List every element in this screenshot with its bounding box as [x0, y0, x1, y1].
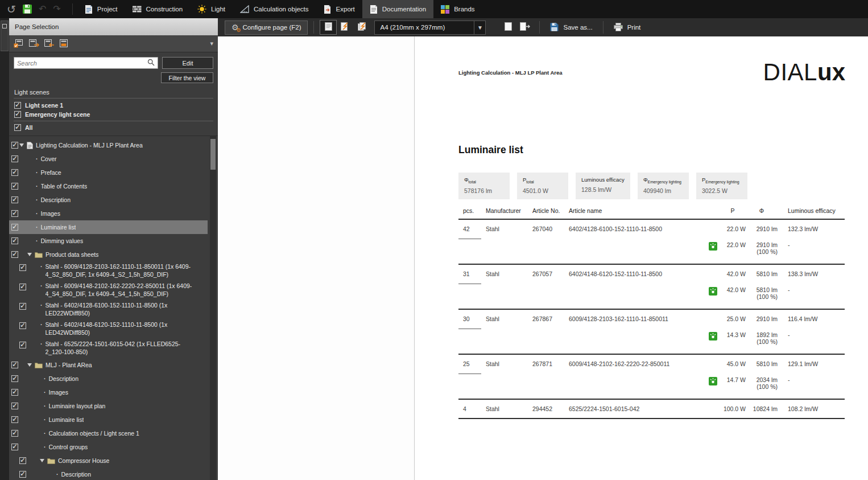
checkbox[interactable]: [11, 430, 18, 437]
save-icon[interactable]: [23, 5, 32, 14]
checkbox[interactable]: [11, 210, 18, 217]
expander-icon[interactable]: [27, 363, 32, 367]
efficacy-cell: -: [788, 284, 845, 309]
checkbox[interactable]: [11, 403, 18, 409]
expander-icon[interactable]: [40, 459, 44, 462]
checkbox[interactable]: [19, 342, 26, 348]
checkbox[interactable]: [14, 124, 21, 131]
tab-label: Project: [97, 6, 118, 13]
checkbox[interactable]: [19, 303, 26, 310]
tree-item[interactable]: ·Stahl - 6525/2224-1501-6015-042 (1x FLL…: [9, 339, 208, 358]
checkbox[interactable]: [11, 237, 18, 244]
send-all-pages-button[interactable]: [354, 20, 371, 35]
checkbox[interactable]: [11, 251, 18, 258]
emergency-row: 14.3 W1892 lm(100 %)-: [458, 329, 845, 354]
checkbox[interactable]: [11, 224, 18, 231]
tab-export[interactable]: Export: [316, 0, 362, 18]
filter-view-button[interactable]: Filter the view: [161, 72, 213, 83]
tree-item[interactable]: ·Description: [9, 193, 208, 207]
send-page-up-button[interactable]: [337, 20, 354, 35]
page-flow-button[interactable]: [516, 20, 534, 35]
tab-documentation[interactable]: Documentation: [362, 0, 433, 18]
chevron-down-icon[interactable]: ▾: [210, 40, 213, 47]
light-scene-item[interactable]: All: [9, 123, 218, 132]
tree-item[interactable]: ·Stahl - 6402/4148-6120-152-1110-11-8500…: [9, 319, 208, 339]
checkbox[interactable]: [14, 102, 21, 109]
export-page-icon[interactable]: [44, 39, 55, 48]
checkbox[interactable]: [11, 169, 18, 176]
tree-item[interactable]: ·Dimming values: [9, 234, 208, 248]
checkbox[interactable]: [11, 389, 18, 396]
highlight-page-icon[interactable]: [60, 39, 69, 48]
efficacy-cell: 129.1 lm/W: [788, 354, 845, 374]
tab-project[interactable]: Project: [77, 0, 125, 18]
tree-item[interactable]: ·Preface: [9, 166, 208, 179]
expander-icon[interactable]: [27, 253, 32, 256]
article-name-cell: 6525/2224-1501-6015-042: [564, 399, 704, 419]
history-back-icon[interactable]: ↺: [7, 4, 16, 15]
tab-light[interactable]: Light: [190, 0, 233, 18]
redo-icon[interactable]: ↷: [53, 5, 60, 14]
panel-tab[interactable]: [1, 20, 9, 51]
checkbox[interactable]: [11, 155, 18, 162]
tree-item[interactable]: ·Stahl - 6009/4148-2102-162-2220-22-8500…: [9, 281, 208, 300]
insert-page-icon[interactable]: [29, 39, 40, 48]
tree-scrollbar-thumb[interactable]: [210, 139, 216, 170]
scene-label: All: [25, 124, 32, 131]
page-size-dropdown[interactable]: A4 (210mm x 297mm) ▼: [374, 20, 486, 35]
summary-box: Φtotal578176 lm: [458, 173, 510, 199]
checkbox[interactable]: [11, 362, 18, 368]
tree-item[interactable]: ·Stahl - 6402/4128-6100-152-1110-11-8500…: [9, 300, 208, 319]
checkbox[interactable]: [19, 264, 26, 271]
tree-item[interactable]: MLJ - Plant ARea: [9, 358, 208, 372]
tree-item[interactable]: ·Images: [9, 207, 208, 220]
tree-item-label: Stahl - 6402/4148-6120-152-1110-11-8500 …: [46, 321, 195, 337]
checkbox[interactable]: [14, 111, 21, 118]
light-scene-item[interactable]: Emergency light scene: [9, 110, 218, 119]
tree-item[interactable]: ·Cover: [9, 152, 208, 166]
col-icon: [704, 207, 720, 219]
tree-item[interactable]: Product data sheets: [9, 248, 208, 261]
print-button[interactable]: Print: [609, 20, 646, 35]
blank-page-button[interactable]: [499, 20, 516, 35]
tree-item[interactable]: ·Description: [9, 372, 208, 385]
tree-item[interactable]: ·Luminaire list: [9, 220, 208, 234]
checkbox[interactable]: [11, 183, 18, 190]
search-input[interactable]: [14, 57, 158, 69]
edit-button[interactable]: Edit: [162, 57, 213, 69]
tree-item[interactable]: ·Description: [9, 467, 208, 480]
checkbox[interactable]: [11, 142, 18, 149]
tree-item[interactable]: ·Stahl - 6009/4128-2103-162-1110-11-8500…: [9, 261, 208, 281]
save-as-button[interactable]: Save as...: [545, 20, 597, 35]
checkbox[interactable]: [11, 444, 18, 450]
tree-scrollbar[interactable]: [210, 136, 216, 480]
checkbox[interactable]: [19, 322, 26, 329]
summary-label: Ptotal: [523, 177, 563, 184]
configure-page-button[interactable]: ⚙⚙ Configure page (F2): [225, 20, 308, 35]
checkbox[interactable]: [11, 416, 18, 423]
manufacturer-cell: Stahl: [481, 399, 528, 419]
search-field[interactable]: [17, 60, 147, 67]
tree-item[interactable]: Compressor House: [9, 454, 208, 467]
undo-icon[interactable]: ↶: [39, 5, 46, 14]
tab-construction[interactable]: Construction: [125, 0, 191, 18]
page-preview-button[interactable]: [320, 20, 337, 35]
tree-item[interactable]: ·Luminaire list: [9, 413, 208, 426]
checkbox[interactable]: [19, 284, 26, 290]
tab-brands[interactable]: Brands: [433, 0, 482, 18]
tree-item[interactable]: ·Luminaire layout plan: [9, 399, 208, 413]
checkbox[interactable]: [19, 457, 26, 464]
tab-calculation-objects[interactable]: Calculation objects: [233, 0, 316, 18]
expander-icon[interactable]: [19, 143, 24, 147]
tree-item[interactable]: ·Calculation objects / Light scene 1: [9, 426, 208, 440]
chevron-down-icon[interactable]: ▼: [474, 21, 485, 34]
tree-item[interactable]: Lighting Calculation - MLJ LP Plant Area: [9, 138, 208, 152]
select-all-pages-icon[interactable]: [14, 39, 24, 48]
tree-item[interactable]: ·Images: [9, 385, 208, 399]
light-scene-item[interactable]: Light scene 1: [9, 101, 218, 110]
checkbox[interactable]: [19, 471, 26, 478]
checkbox[interactable]: [11, 375, 18, 382]
tree-item[interactable]: ·Table of Contents: [9, 179, 208, 193]
tree-item[interactable]: ·Control groups: [9, 440, 208, 454]
checkbox[interactable]: [11, 196, 18, 203]
